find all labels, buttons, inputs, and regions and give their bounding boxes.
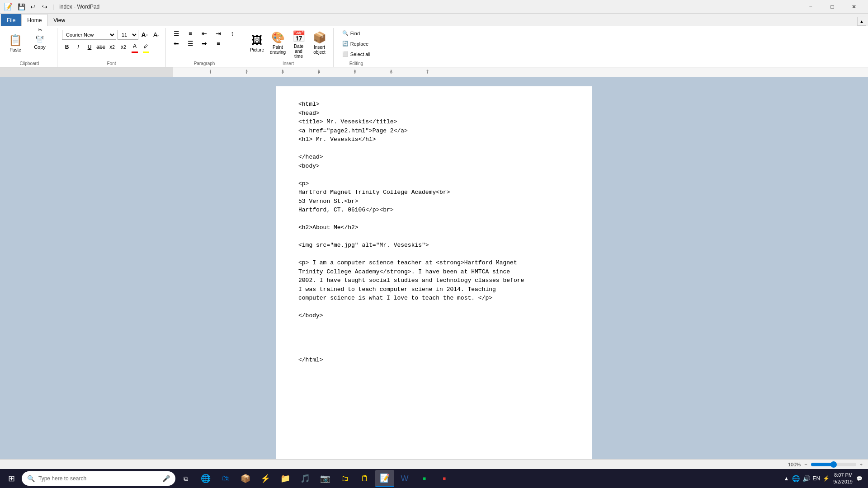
- paint-drawing-button[interactable]: 🎨 Paintdrawing: [268, 29, 288, 57]
- photos-app[interactable]: 📷: [316, 470, 335, 487]
- taskbar-search[interactable]: 🔍 Type here to search 🎤: [22, 471, 175, 486]
- titlebar: 📝 💾 ↩ ↪ | index - WordPad − □ ✕: [0, 0, 868, 14]
- svg-text:1: 1: [209, 70, 212, 74]
- superscript-button[interactable]: x2: [118, 42, 128, 52]
- grow-font-button[interactable]: A+: [140, 30, 150, 40]
- green-app[interactable]: ▪: [415, 470, 434, 487]
- paste-button[interactable]: 📋 Paste: [5, 29, 25, 57]
- clipboard-group: 📋 Paste ✂ Cut 📄 Copy Clipboard: [2, 28, 57, 67]
- edge-app[interactable]: 🌐: [196, 470, 215, 487]
- select-all-icon: ⬜: [342, 51, 349, 57]
- ruler-margin-left: [0, 67, 173, 77]
- align-left-button[interactable]: ⬅: [170, 39, 183, 48]
- bold-button[interactable]: B: [62, 42, 72, 52]
- italic-button[interactable]: I: [73, 42, 83, 52]
- red-app[interactable]: ▪: [435, 470, 454, 487]
- picture-button[interactable]: 🖼 Picture: [247, 29, 267, 57]
- indent-increase-button[interactable]: ⇥: [212, 29, 225, 38]
- app-icon: 📝: [4, 2, 13, 11]
- svg-text:3: 3: [282, 70, 284, 74]
- window-controls: − □ ✕: [800, 0, 864, 14]
- subscript-button[interactable]: x2: [107, 42, 117, 52]
- up-arrow-icon[interactable]: ▲: [784, 475, 789, 482]
- box-app[interactable]: 📦: [236, 470, 255, 487]
- tab-file[interactable]: File: [1, 14, 21, 26]
- bullets-button[interactable]: ☰: [170, 29, 183, 38]
- select-all-button[interactable]: ⬜ Select all: [340, 50, 373, 58]
- numbering-button[interactable]: ≡: [184, 29, 197, 38]
- insert-object-button[interactable]: 📦 Insertobject: [310, 29, 330, 57]
- wordpad-app[interactable]: 📝: [375, 470, 394, 487]
- files2-app[interactable]: 🗂: [335, 470, 354, 487]
- find-icon: 🔍: [342, 30, 349, 36]
- svg-text:4: 4: [318, 70, 320, 74]
- clock-display[interactable]: 8:07 PM 9/2/2019: [831, 472, 854, 486]
- save-qat-button[interactable]: 💾: [16, 2, 26, 12]
- svg-text:6: 6: [390, 70, 392, 74]
- close-button[interactable]: ✕: [844, 0, 864, 14]
- sticky-app[interactable]: 🗒: [355, 470, 374, 487]
- files-app[interactable]: 📁: [276, 470, 295, 487]
- calendar-icon: 📅: [292, 30, 306, 43]
- ribbon: 📋 Paste ✂ Cut 📄 Copy Clipboard: [0, 26, 868, 67]
- replace-button[interactable]: 🔄 Replace: [340, 39, 371, 48]
- taskbar-right: ▲ 🌐 🔊 EN ⚡ 8:07 PM 9/2/2019 💬: [784, 472, 866, 486]
- titlebar-left: 📝 💾 ↩ ↪ | index - WordPad: [4, 2, 99, 12]
- ribbon-collapse-button[interactable]: ▲: [857, 17, 866, 26]
- notification-icon[interactable]: 💬: [856, 476, 863, 482]
- microphone-icon[interactable]: 🎤: [162, 475, 170, 482]
- minimize-button[interactable]: −: [800, 0, 821, 14]
- strikethrough-button[interactable]: abc: [96, 42, 106, 52]
- svg-text:5: 5: [354, 70, 356, 74]
- document-page[interactable]: <html> <head> <title> Mr. Veseskis</titl…: [276, 86, 592, 461]
- align-justify-button[interactable]: ≡: [212, 39, 225, 48]
- redo-qat-button[interactable]: ↪: [40, 2, 50, 12]
- task-view-button[interactable]: ⧉: [176, 470, 195, 487]
- font-family-select[interactable]: Courier New: [62, 30, 116, 40]
- start-button[interactable]: ⊞: [2, 470, 21, 487]
- ribbon-tabs: File Home View ▲: [0, 14, 868, 26]
- zoom-in-icon[interactable]: +: [860, 462, 863, 467]
- green-icon: ▪: [423, 473, 426, 484]
- taskbar: ⊞ 🔍 Type here to search 🎤 ⧉ 🌐 🛍 📦 ⚡ 📁 🎵 …: [0, 469, 868, 488]
- date-time-button[interactable]: 📅 Date andtime: [289, 29, 309, 60]
- search-placeholder: Type here to search: [38, 475, 86, 482]
- network-icon[interactable]: 🌐: [792, 475, 800, 482]
- align-right-button[interactable]: ➡: [198, 39, 211, 48]
- keyboard-icon[interactable]: EN: [813, 475, 821, 482]
- underline-button[interactable]: U: [85, 42, 94, 52]
- tab-home[interactable]: Home: [21, 14, 47, 26]
- tab-view[interactable]: View: [47, 14, 71, 26]
- text-color-button[interactable]: A: [130, 41, 140, 51]
- align-center-button[interactable]: ☰: [184, 39, 197, 48]
- line-spacing-button[interactable]: ↕: [226, 29, 239, 38]
- store-icon: 🛍: [222, 474, 230, 483]
- find-button[interactable]: 🔍 Find: [340, 29, 362, 38]
- copy-button[interactable]: 📄 Copy: [26, 38, 53, 47]
- picture-icon: 🖼: [252, 34, 263, 47]
- red-icon: ▪: [443, 473, 446, 484]
- store-app[interactable]: 🛍: [216, 470, 235, 487]
- word-icon: W: [401, 474, 409, 483]
- zoom-out-icon[interactable]: −: [804, 462, 807, 467]
- sticky-icon: 🗒: [361, 474, 369, 483]
- font-size-select[interactable]: 11: [118, 30, 138, 40]
- undo-qat-button[interactable]: ↩: [28, 2, 38, 12]
- battery-icon: ⚡: [823, 475, 830, 482]
- shrink-font-button[interactable]: A-: [151, 30, 161, 40]
- music-app[interactable]: 🎵: [296, 470, 315, 487]
- folder-icon: 📁: [280, 474, 290, 483]
- music-icon: 🎵: [300, 474, 310, 483]
- speaker-icon[interactable]: 🔊: [802, 475, 810, 482]
- word-app[interactable]: W: [395, 470, 414, 487]
- photos-icon: 📷: [320, 474, 330, 483]
- lightning-app[interactable]: ⚡: [256, 470, 275, 487]
- highlight-button[interactable]: 🖊: [141, 41, 151, 51]
- ruler-svg: 1 2 3 4 5 6 7: [173, 67, 490, 77]
- highlight-indicator: [143, 52, 149, 53]
- indent-decrease-button[interactable]: ⇤: [198, 29, 211, 38]
- zoom-slider[interactable]: [811, 463, 856, 466]
- maximize-button[interactable]: □: [822, 0, 843, 14]
- zoom-level: 100%: [788, 462, 801, 467]
- files2-icon: 🗂: [341, 474, 349, 483]
